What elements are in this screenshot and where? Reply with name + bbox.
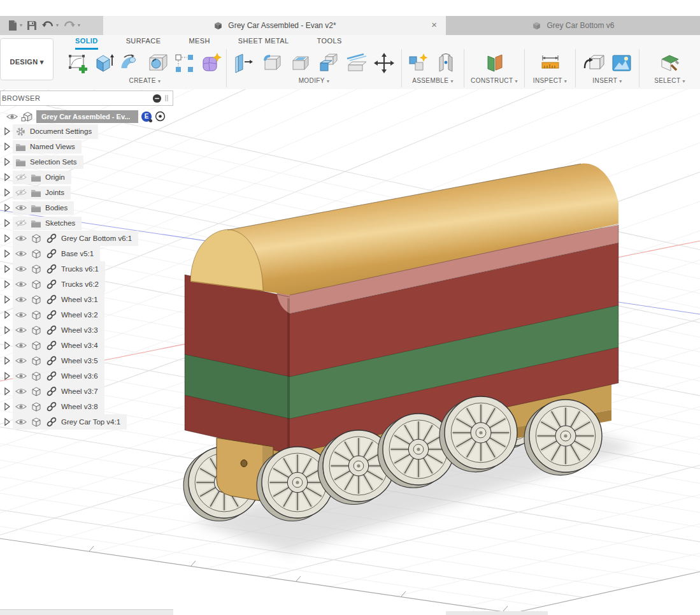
browser-tree-row[interactable]: Wheel v3:8 bbox=[0, 399, 178, 414]
expand-arrow-icon[interactable] bbox=[3, 234, 13, 243]
expand-arrow-icon[interactable] bbox=[3, 341, 13, 350]
expand-arrow-icon[interactable] bbox=[3, 188, 13, 197]
browser-tree-row[interactable]: Wheel v3:7 bbox=[0, 384, 178, 399]
press-pull-icon[interactable] bbox=[232, 50, 256, 76]
group-label-construct[interactable]: CONSTRUCT ▾ bbox=[464, 77, 524, 84]
insert-derive-icon[interactable] bbox=[582, 50, 606, 76]
hole-icon[interactable] bbox=[145, 50, 169, 76]
expand-arrow-icon[interactable] bbox=[3, 372, 13, 380]
pattern-icon[interactable] bbox=[172, 50, 196, 76]
panel-grip-icon[interactable] bbox=[165, 94, 169, 102]
expand-arrow-icon[interactable] bbox=[3, 219, 13, 228]
browser-tree-row[interactable]: Selection Sets bbox=[0, 154, 178, 170]
create-sketch-icon[interactable] bbox=[65, 50, 89, 76]
visibility-eye-icon[interactable] bbox=[15, 357, 27, 365]
browser-tree-row[interactable]: Joints bbox=[0, 185, 178, 200]
visibility-eye-off-icon[interactable] bbox=[15, 189, 27, 196]
file-menu-icon[interactable]: ▾ bbox=[8, 20, 22, 31]
browser-tree-row[interactable]: Document Settings bbox=[0, 124, 178, 139]
expand-arrow-icon[interactable] bbox=[3, 203, 13, 212]
expand-arrow-icon[interactable] bbox=[3, 157, 13, 166]
tab-close-icon[interactable]: × bbox=[431, 19, 437, 31]
tab-solid[interactable]: SOLID bbox=[75, 37, 98, 50]
expand-arrow-icon[interactable] bbox=[3, 264, 13, 273]
visibility-eye-icon[interactable] bbox=[15, 372, 27, 380]
browser-tree-row[interactable]: Grey Car Top v4:1 bbox=[0, 414, 178, 430]
visibility-eye-icon[interactable] bbox=[15, 280, 27, 288]
form-icon[interactable] bbox=[199, 50, 223, 76]
document-tab-inactive[interactable]: Grey Car Bottom v6 bbox=[446, 16, 700, 35]
visibility-eye-icon[interactable] bbox=[15, 235, 27, 242]
group-label-insert[interactable]: INSERT ▾ bbox=[576, 77, 639, 84]
group-label-modify[interactable]: MODIFY ▾ bbox=[227, 77, 401, 84]
eye-icon[interactable] bbox=[6, 113, 18, 120]
save-icon[interactable] bbox=[27, 20, 37, 31]
insert-canvas-icon[interactable] bbox=[610, 50, 634, 76]
browser-tree-row[interactable]: Wheel v3:5 bbox=[0, 353, 178, 368]
new-component-icon[interactable] bbox=[406, 50, 430, 76]
activate-component-icon[interactable] bbox=[155, 111, 166, 122]
visibility-eye-icon[interactable] bbox=[15, 326, 27, 334]
collapse-panel-icon[interactable] bbox=[152, 94, 162, 103]
combine-icon[interactable] bbox=[316, 50, 340, 76]
root-component-label[interactable]: Grey Car Assembled - Ev... bbox=[36, 110, 138, 123]
visibility-eye-icon[interactable] bbox=[15, 265, 27, 273]
group-label-assemble[interactable]: ASSEMBLE ▾ bbox=[402, 77, 464, 84]
browser-tree-row[interactable]: Trucks v6:1 bbox=[0, 261, 178, 277]
tab-sheet-metal[interactable]: SHEET METAL bbox=[238, 37, 289, 50]
redo-icon[interactable]: ▾ bbox=[63, 20, 80, 31]
expand-arrow-icon[interactable] bbox=[3, 127, 13, 136]
expand-arrow-icon[interactable] bbox=[3, 310, 13, 319]
measure-icon[interactable] bbox=[538, 50, 562, 76]
visibility-eye-icon[interactable] bbox=[15, 311, 27, 319]
undo-icon[interactable]: ▾ bbox=[41, 20, 59, 31]
browser-tree-row[interactable]: Bodies bbox=[0, 200, 178, 215]
expand-arrow-icon[interactable] bbox=[3, 417, 13, 426]
visibility-eye-icon[interactable] bbox=[15, 250, 27, 257]
browser-tree-row[interactable]: Wheel v3:2 bbox=[0, 307, 178, 322]
browser-root-row[interactable]: Grey Car Assembled - Ev... E bbox=[0, 109, 178, 124]
browser-tree-row[interactable]: Origin bbox=[0, 170, 178, 185]
tab-mesh[interactable]: MESH bbox=[189, 37, 210, 50]
browser-tree-row[interactable]: Wheel v3:1 bbox=[0, 292, 178, 307]
visibility-eye-icon[interactable] bbox=[15, 296, 27, 303]
visibility-eye-icon[interactable] bbox=[15, 418, 27, 426]
expand-arrow-icon[interactable] bbox=[3, 280, 13, 289]
expand-arrow-icon[interactable] bbox=[3, 402, 13, 411]
browser-tree-row[interactable]: Wheel v3:4 bbox=[0, 338, 178, 353]
visibility-eye-icon[interactable] bbox=[15, 342, 27, 349]
group-label-create[interactable]: CREATE ▾ bbox=[64, 77, 226, 84]
visibility-eye-off-icon[interactable] bbox=[15, 173, 27, 181]
expand-arrow-icon[interactable] bbox=[3, 326, 13, 335]
visibility-eye-icon[interactable] bbox=[15, 204, 27, 212]
expand-arrow-icon[interactable] bbox=[3, 387, 13, 396]
browser-tree-row[interactable]: Grey Car Bottom v6:1 bbox=[0, 231, 178, 246]
visibility-eye-icon[interactable] bbox=[15, 387, 27, 395]
expand-arrow-icon[interactable] bbox=[3, 142, 13, 151]
tab-tools[interactable]: TOOLS bbox=[317, 37, 342, 50]
browser-tree-row[interactable]: Trucks v6:2 bbox=[0, 277, 178, 292]
browser-tree-row[interactable]: Wheel v3:3 bbox=[0, 322, 178, 338]
fillet-icon[interactable] bbox=[260, 50, 284, 76]
tab-surface[interactable]: SURFACE bbox=[126, 37, 161, 50]
construct-plane-icon[interactable] bbox=[482, 50, 506, 76]
expand-arrow-icon[interactable] bbox=[3, 173, 13, 182]
browser-tree-row[interactable]: Sketches bbox=[0, 215, 178, 231]
group-label-select[interactable]: SELECT ▾ bbox=[639, 77, 700, 84]
browser-tree-row[interactable]: Wheel v3:6 bbox=[0, 368, 178, 384]
browser-tree-row[interactable]: Named Views bbox=[0, 139, 178, 154]
extrude-icon[interactable] bbox=[92, 50, 116, 76]
train-car-model[interactable] bbox=[183, 164, 618, 521]
workspace-switcher[interactable]: DESIGN ▾ bbox=[0, 38, 54, 80]
joint-icon[interactable] bbox=[434, 50, 458, 76]
revolve-icon[interactable] bbox=[118, 50, 143, 76]
expand-arrow-icon[interactable] bbox=[3, 295, 13, 304]
visibility-eye-off-icon[interactable] bbox=[15, 219, 27, 227]
browser-tree-row[interactable]: Base v5:1 bbox=[0, 246, 178, 261]
visibility-eye-icon[interactable] bbox=[15, 403, 27, 410]
group-label-inspect[interactable]: INSPECT ▾ bbox=[525, 77, 575, 84]
shell-icon[interactable] bbox=[288, 50, 312, 76]
move-icon[interactable] bbox=[372, 50, 396, 76]
expand-arrow-icon[interactable] bbox=[3, 249, 13, 258]
select-icon[interactable] bbox=[658, 50, 682, 76]
